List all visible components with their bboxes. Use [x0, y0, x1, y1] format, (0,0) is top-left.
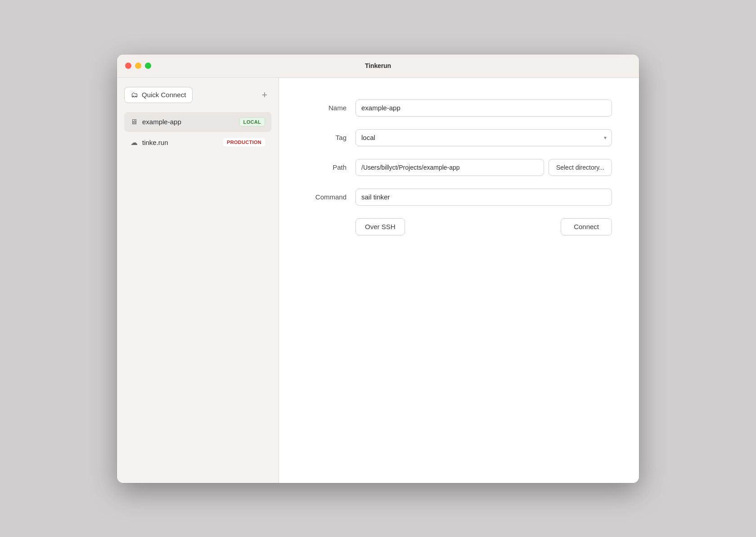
- command-row: Command: [306, 189, 612, 206]
- connections-list: 🖥 example-app LOCAL ☁ tinke.run PRODUCTI…: [124, 112, 271, 152]
- cloud-icon: ☁: [130, 138, 138, 147]
- app-window: Tinkerun 🗂 Quick Connect + 🖥 example-app: [117, 54, 639, 483]
- command-input[interactable]: [356, 189, 612, 206]
- actions-row: Over SSH Connect: [306, 218, 612, 235]
- folder-icon: 🗂: [131, 91, 138, 99]
- quick-connect-label: Quick Connect: [142, 91, 186, 99]
- tag-label: Tag: [306, 134, 346, 141]
- command-label: Command: [306, 193, 346, 201]
- name-input[interactable]: [356, 99, 612, 117]
- titlebar: Tinkerun: [117, 54, 639, 78]
- connection-name-tinkerun: tinke.run: [142, 139, 168, 146]
- name-label: Name: [306, 104, 346, 112]
- connection-name-example-app: example-app: [142, 118, 181, 126]
- sidebar-item-tinkerun[interactable]: ☁ tinke.run PRODUCTION: [124, 133, 271, 152]
- sidebar: 🗂 Quick Connect + 🖥 example-app LOCAL: [117, 78, 279, 483]
- monitor-icon: 🖥: [130, 118, 138, 126]
- path-label: Path: [306, 163, 346, 171]
- sidebar-item-example-app[interactable]: 🖥 example-app LOCAL: [124, 112, 271, 132]
- main-panel: Name Tag local production staging develo…: [279, 78, 639, 483]
- minimize-button[interactable]: [135, 63, 141, 69]
- add-connection-button[interactable]: +: [258, 88, 271, 102]
- select-directory-button[interactable]: Select directory...: [549, 159, 612, 176]
- path-input-group: Select directory...: [356, 159, 612, 176]
- window-title: Tinkerun: [365, 62, 391, 69]
- path-row: Path Select directory...: [306, 159, 612, 176]
- badge-local: LOCAL: [239, 117, 265, 126]
- tag-row: Tag local production staging development…: [306, 129, 612, 146]
- tag-select[interactable]: local production staging development: [356, 129, 612, 146]
- name-row: Name: [306, 99, 612, 117]
- content-area: 🗂 Quick Connect + 🖥 example-app LOCAL: [117, 78, 639, 483]
- over-ssh-button[interactable]: Over SSH: [356, 218, 405, 235]
- tag-select-wrapper: local production staging development ▾: [356, 129, 612, 146]
- connect-button[interactable]: Connect: [561, 218, 612, 235]
- badge-production: PRODUCTION: [223, 138, 265, 146]
- sidebar-header: 🗂 Quick Connect +: [124, 87, 271, 103]
- window-controls: [125, 63, 151, 69]
- maximize-button[interactable]: [145, 63, 151, 69]
- quick-connect-button[interactable]: 🗂 Quick Connect: [124, 87, 193, 103]
- path-input[interactable]: [356, 159, 544, 176]
- close-button[interactable]: [125, 63, 131, 69]
